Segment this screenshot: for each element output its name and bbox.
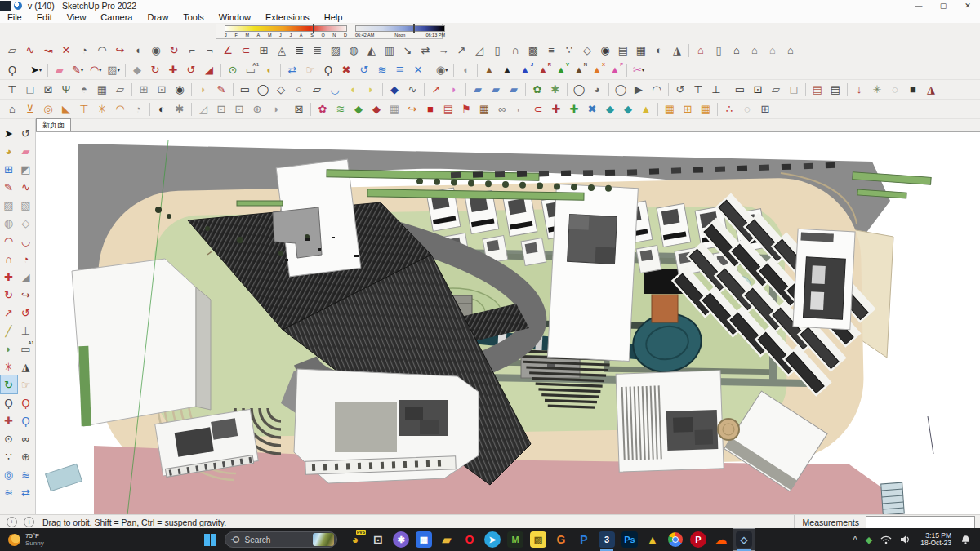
cursor-box-icon[interactable]: ⊠ [290,100,308,118]
position-camera-tool[interactable]: ⊙ [1,429,17,447]
drop-a-icon[interactable]: ◆ [601,100,619,118]
aster-o-icon[interactable]: ✳ [93,100,111,118]
arrow-e-icon[interactable]: → [434,42,452,60]
house-red-icon[interactable]: ⌂ [692,42,710,60]
drop-b-icon[interactable]: ◆ [619,100,637,118]
frame-a-icon[interactable]: ▭ [731,81,749,99]
corner-b-icon[interactable]: ¬ [201,42,219,60]
balls-icon[interactable]: ⊕ [248,100,266,118]
slash-c-icon[interactable]: ▰ [505,81,523,99]
columns-a-icon[interactable]: ≣ [291,42,309,60]
zoom-extents-tool[interactable]: ✚ [1,411,17,429]
sketchup-active-taskbar-icon[interactable]: ◇ [733,529,755,550]
table-o-icon[interactable]: ⊤ [75,100,93,118]
blob-b-icon[interactable]: ◗ [362,81,380,99]
pan-hand-icon[interactable]: ☞ [301,61,319,79]
house-gray-icon[interactable]: ⌂ [782,42,800,60]
ghost-icon[interactable]: ◌ [886,81,904,99]
arc-tool[interactable]: ◠ [1,232,17,250]
scene-tab[interactable]: 新页面 [36,118,71,131]
paint-3d-taskbar-icon[interactable]: ◕PVS [345,529,366,550]
time-slider-handle[interactable] [413,24,415,33]
pinterest-taskbar-icon[interactable]: P [688,529,709,550]
menu-window[interactable]: Window [212,12,258,22]
minimize-button[interactable]: — [906,2,931,10]
autodesk-max-taskbar-icon[interactable]: M [505,529,526,550]
swirl-icon[interactable]: ◠ [648,81,666,99]
pyramid-red-icon[interactable]: ◮ [922,81,940,99]
glass-icon[interactable]: ⊻ [21,100,39,118]
taskbar-search[interactable]: Ϙ Search [225,531,337,548]
disc-icon[interactable]: ◍ [345,42,363,60]
shell-tool-icon[interactable]: ◖ [260,61,278,79]
ramp-icon[interactable]: ◿ [470,42,488,60]
zoom-tool[interactable]: Ϙ [1,393,17,411]
cake-f-icon[interactable]: ▲F [606,61,624,79]
window-grid-icon[interactable]: ▦ [93,81,111,99]
section-c-tool[interactable]: ≋ [1,483,17,501]
cake-brown-icon[interactable]: ▲ [480,61,498,79]
menu-extensions[interactable]: Extensions [258,12,317,22]
scale-red-icon[interactable]: ✖ [337,61,355,79]
rotate-tool-icon[interactable]: ↺ [182,61,200,79]
lock-icon[interactable]: ◻ [785,81,803,99]
section-b-tool[interactable]: ≋ [18,465,34,483]
volume-icon[interactable] [900,535,911,544]
zoom-window-tool[interactable]: Ϙ [18,393,34,411]
tag-tool[interactable]: ◩ [18,160,34,178]
followme-tool-icon[interactable]: ↻ [146,61,164,79]
dice-a-icon[interactable]: ⊡ [212,100,230,118]
scale-tool[interactable]: ↗ [1,304,17,322]
gem-icon[interactable]: ◇ [578,42,596,60]
layers-green-icon[interactable]: ≋ [332,100,350,118]
arc-tool-icon[interactable]: ◠▾ [87,61,105,79]
cone-y-icon[interactable]: ▲ [637,100,655,118]
sketch-curve-icon[interactable]: ∿ [21,42,39,60]
tray-clock[interactable]: 3:15 PM 18-Oct-23 [920,532,951,548]
columns-b-icon[interactable]: ≣ [309,42,327,60]
maximize-button[interactable]: ▢ [931,2,956,10]
box-sun-icon[interactable]: ⌂ [3,100,21,118]
select-tool[interactable]: ➤ [1,124,17,142]
flag-red-icon[interactable]: ⚑ [457,100,475,118]
chat-app-taskbar-icon[interactable]: ✱ [390,529,412,550]
arrows-icon[interactable]: ⇄ [416,42,434,60]
grid-o3-icon[interactable]: ▦ [697,100,715,118]
curve-c-icon[interactable]: ⊂ [237,42,255,60]
sketch-head-icon[interactable]: ◉ [147,42,165,60]
sticky-notes-taskbar-icon[interactable]: ▨ [528,529,549,550]
gridinsoft-taskbar-icon[interactable]: G [550,529,572,550]
leaf-green-icon[interactable]: ✿ [528,81,546,99]
pages-icon[interactable]: ⊡ [153,81,171,99]
polygon-tool[interactable]: ◇ [18,214,34,232]
quarter-icon[interactable]: ◔ [129,100,147,118]
scissors-icon[interactable]: ✂▾ [630,61,648,79]
desk-icon[interactable]: ⊤ [3,81,21,99]
photoshop-taskbar-icon[interactable]: Ps [619,529,640,550]
sand-wedge-icon[interactable]: ◗ [194,81,212,99]
select-tool-icon[interactable]: ➤▾ [27,61,45,79]
freehand-tool[interactable]: ∿ [18,178,34,196]
brick-red-icon[interactable]: ▤ [808,81,826,99]
label-tool-icon[interactable]: ▭A1 [242,61,260,79]
x-blue2-icon[interactable]: ✖ [583,100,601,118]
grill-icon[interactable]: ▥ [381,42,399,60]
hook-orange-icon[interactable]: ↪ [403,100,421,118]
target-icon[interactable]: ◉ [596,42,614,60]
axes-tool[interactable]: ✳ [1,358,17,375]
arch-icon[interactable]: ∩ [506,42,524,60]
rect-tool-icon[interactable]: ▨▾ [105,61,122,79]
v-ray-icon[interactable]: ◯ [570,81,588,99]
diamond-red-icon[interactable]: ◆ [368,100,385,118]
zoom-tool-icon[interactable]: Ϙ [3,61,21,79]
line-tool-icon[interactable]: ✎▾ [69,61,87,79]
shape-hex-icon[interactable]: ◇ [272,81,290,99]
desk-2-icon[interactable]: ⊥ [707,81,725,99]
house-dark-icon[interactable]: ⌂ [728,42,746,60]
box-a-icon[interactable]: ◻ [21,81,39,99]
squiggle-icon[interactable]: ∿ [403,81,421,99]
month-slider-handle[interactable] [313,24,314,33]
page-icon[interactable]: ▱ [111,81,129,99]
brick-dark-icon[interactable]: ▤ [826,81,844,99]
dash-circle-icon[interactable]: ◌ [738,100,756,118]
